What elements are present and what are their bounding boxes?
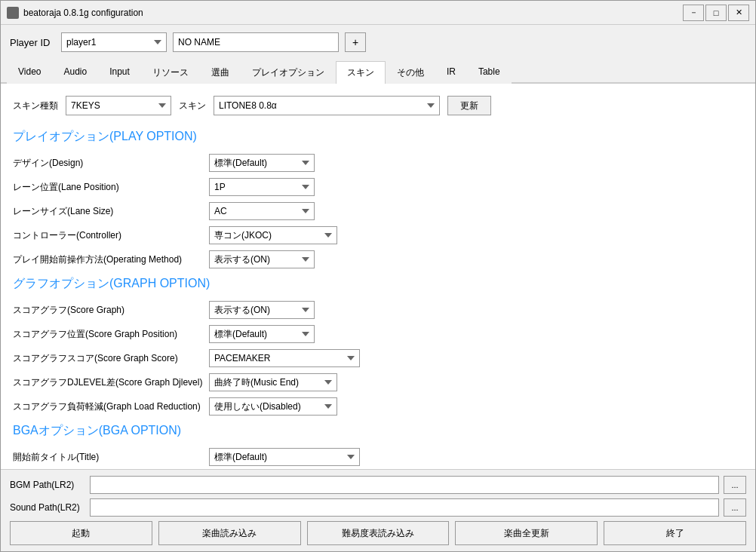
minimize-button[interactable]: － — [683, 5, 704, 21]
score-graph-djlevel-select[interactable]: 曲終了時(Music End) — [209, 373, 337, 391]
score-graph-row: スコアグラフ(Score Graph) 表示する(ON) — [13, 301, 743, 319]
maximize-button[interactable]: □ — [705, 5, 727, 21]
lane-position-label: レーン位置(Lane Position) — [13, 181, 209, 194]
tab-resources[interactable]: リソース — [141, 61, 200, 84]
player-name-input[interactable] — [173, 32, 339, 52]
tab-video[interactable]: Video — [7, 61, 52, 84]
update-all-button[interactable]: 楽曲全更新 — [455, 521, 598, 545]
design-row: デザイン(Design) 標準(Default) — [13, 154, 743, 172]
quit-button[interactable]: 終了 — [604, 521, 746, 545]
bgm-path-button[interactable]: ... — [724, 476, 746, 494]
tab-music-select[interactable]: 選曲 — [200, 61, 241, 84]
graph-option-title: グラフオプション(GRAPH OPTION) — [13, 276, 743, 292]
graph-load-reduction-row: スコアグラフ負荷軽減(Graph Load Reduction) 使用しない(D… — [13, 397, 743, 416]
lane-position-row: レーン位置(Lane Position) 1P — [13, 178, 743, 196]
controller-row: コントローラー(Controller) 専コン(JKOC) — [13, 226, 743, 244]
main-content: スキン種類 7KEYS スキン LITONE8 0.8α 更新 プレイオプション… — [1, 84, 755, 469]
play-option-title: プレイオプション(PLAY OPTION) — [13, 129, 743, 145]
skin-label: スキン — [179, 100, 206, 112]
add-player-button[interactable]: + — [345, 32, 366, 52]
tab-skin[interactable]: スキン — [336, 61, 386, 84]
operating-method-select[interactable]: 表示する(ON) — [209, 250, 315, 268]
sound-path-input[interactable] — [90, 498, 719, 517]
graph-option-section: グラフオプション(GRAPH OPTION) スコアグラフ(Score Grap… — [13, 276, 743, 416]
controller-label: コントローラー(Controller) — [13, 229, 209, 242]
bga-option-section: BGAオプション(BGA OPTION) 開始前タイトル(Title) 標準(D… — [13, 423, 743, 466]
skin-update-button[interactable]: 更新 — [447, 96, 491, 115]
skin-type-select[interactable]: 7KEYS — [66, 96, 171, 115]
lane-size-select[interactable]: AC — [209, 202, 315, 220]
score-graph-djlevel-row: スコアグラフDJLEVEL差(Score Graph Djlevel) 曲終了時… — [13, 373, 743, 391]
tab-audio[interactable]: Audio — [52, 61, 98, 84]
tabs-bar: Video Audio Input リソース 選曲 プレイオプション スキン そ… — [1, 60, 755, 84]
score-graph-score-row: スコアグラフスコア(Score Graph Score) PACEMAKER — [13, 349, 743, 367]
close-button[interactable]: ✕ — [728, 5, 749, 21]
tab-other[interactable]: その他 — [386, 61, 435, 84]
player-row: Player ID player1 + — [1, 25, 755, 60]
tab-ir[interactable]: IR — [435, 61, 467, 84]
play-option-section: プレイオプション(PLAY OPTION) デザイン(Design) 標準(De… — [13, 129, 743, 268]
controller-select[interactable]: 専コン(JKOC) — [209, 226, 337, 244]
score-graph-score-label: スコアグラフスコア(Score Graph Score) — [13, 352, 209, 365]
sound-path-label: Sound Path(LR2) — [10, 502, 85, 513]
score-graph-label: スコアグラフ(Score Graph) — [13, 304, 209, 317]
load-difficulty-button[interactable]: 難易度表読み込み — [307, 521, 450, 545]
bga-title-row: 開始前タイトル(Title) 標準(Default) — [13, 448, 743, 466]
score-graph-position-label: スコアグラフ位置(Score Graph Position) — [13, 328, 209, 341]
tab-input[interactable]: Input — [98, 61, 141, 84]
score-graph-position-row: スコアグラフ位置(Score Graph Position) 標準(Defaul… — [13, 325, 743, 343]
action-buttons: 起動 楽曲読み込み 難易度表読み込み 楽曲全更新 終了 — [10, 521, 746, 545]
skin-name-select[interactable]: LITONE8 0.8α — [214, 96, 440, 115]
skin-type-label: スキン種類 — [13, 100, 58, 112]
score-graph-djlevel-label: スコアグラフDJLEVEL差(Score Graph Djlevel) — [13, 376, 209, 389]
tab-play-options[interactable]: プレイオプション — [241, 61, 336, 84]
scroll-area: スキン種類 7KEYS スキン LITONE8 0.8α 更新 プレイオプション… — [1, 84, 755, 469]
design-select[interactable]: 標準(Default) — [209, 154, 315, 172]
title-bar: beatoraja 0.8.1g configuration － □ ✕ — [1, 1, 755, 25]
player-id-select[interactable]: player1 — [61, 32, 167, 52]
sound-path-button[interactable]: ... — [724, 498, 746, 517]
start-button[interactable]: 起動 — [10, 521, 152, 545]
tab-table[interactable]: Table — [467, 61, 512, 84]
score-graph-score-select[interactable]: PACEMAKER — [209, 349, 360, 367]
load-music-button[interactable]: 楽曲読み込み — [158, 521, 301, 545]
player-id-label: Player ID — [10, 37, 55, 48]
score-graph-position-select[interactable]: 標準(Default) — [209, 325, 315, 343]
bga-title-select[interactable]: 標準(Default) — [209, 448, 360, 466]
window-controls: － □ ✕ — [683, 5, 749, 21]
bgm-path-row: BGM Path(LR2) ... — [10, 476, 746, 494]
design-label: デザイン(Design) — [13, 157, 209, 170]
bgm-path-label: BGM Path(LR2) — [10, 480, 85, 490]
window-title: beatoraja 0.8.1g configuration — [23, 8, 683, 18]
score-graph-select[interactable]: 表示する(ON) — [209, 301, 315, 319]
bgm-path-input[interactable] — [90, 476, 719, 494]
lane-size-label: レーンサイズ(Lane Size) — [13, 205, 209, 218]
sound-path-row: Sound Path(LR2) ... — [10, 498, 746, 517]
lane-size-row: レーンサイズ(Lane Size) AC — [13, 202, 743, 220]
bga-title-label: 開始前タイトル(Title) — [13, 451, 209, 464]
graph-load-reduction-select[interactable]: 使用しない(Disabled) — [209, 397, 337, 416]
bottom-bar: BGM Path(LR2) ... Sound Path(LR2) ... 起動… — [1, 469, 755, 551]
app-icon — [7, 7, 19, 19]
lane-position-select[interactable]: 1P — [209, 178, 315, 196]
operating-method-label: プレイ開始前操作方法(Operating Method) — [13, 253, 209, 266]
operating-method-row: プレイ開始前操作方法(Operating Method) 表示する(ON) — [13, 250, 743, 268]
main-window: beatoraja 0.8.1g configuration － □ ✕ Pla… — [0, 0, 756, 552]
bga-option-title: BGAオプション(BGA OPTION) — [13, 423, 743, 439]
skin-row: スキン種類 7KEYS スキン LITONE8 0.8α 更新 — [13, 93, 743, 118]
graph-load-reduction-label: スコアグラフ負荷軽減(Graph Load Reduction) — [13, 400, 209, 413]
